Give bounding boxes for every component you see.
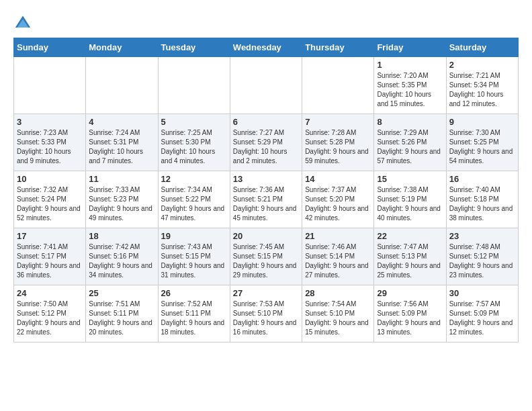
weekday-header-thursday: Thursday <box>302 38 374 57</box>
day-info: Sunrise: 7:47 AM Sunset: 5:13 PM Dayligh… <box>377 242 443 280</box>
day-cell <box>86 57 158 114</box>
day-number: 19 <box>161 231 227 241</box>
day-info: Sunrise: 7:37 AM Sunset: 5:20 PM Dayligh… <box>305 185 371 223</box>
day-info: Sunrise: 7:51 AM Sunset: 5:11 PM Dayligh… <box>89 300 154 337</box>
day-info: Sunrise: 7:24 AM Sunset: 5:31 PM Dayligh… <box>89 128 154 166</box>
day-cell: 24Sunrise: 7:50 AM Sunset: 5:12 PM Dayli… <box>14 285 86 342</box>
day-cell: 9Sunrise: 7:30 AM Sunset: 5:25 PM Daylig… <box>446 114 518 171</box>
week-row-5: 24Sunrise: 7:50 AM Sunset: 5:12 PM Dayli… <box>14 285 519 342</box>
day-cell: 7Sunrise: 7:28 AM Sunset: 5:28 PM Daylig… <box>302 114 374 171</box>
day-info: Sunrise: 7:23 AM Sunset: 5:33 PM Dayligh… <box>17 128 83 166</box>
day-number: 28 <box>305 288 371 298</box>
day-cell: 18Sunrise: 7:42 AM Sunset: 5:16 PM Dayli… <box>86 228 158 285</box>
day-number: 12 <box>161 174 227 184</box>
day-cell: 25Sunrise: 7:51 AM Sunset: 5:11 PM Dayli… <box>86 285 158 342</box>
day-info: Sunrise: 7:54 AM Sunset: 5:10 PM Dayligh… <box>305 300 371 337</box>
page: SundayMondayTuesdayWednesdayThursdayFrid… <box>0 0 532 349</box>
day-info: Sunrise: 7:46 AM Sunset: 5:14 PM Dayligh… <box>305 242 371 280</box>
day-cell: 12Sunrise: 7:34 AM Sunset: 5:22 PM Dayli… <box>158 171 230 228</box>
day-number: 1 <box>377 60 443 70</box>
day-number: 14 <box>305 174 371 184</box>
day-number: 24 <box>17 288 83 298</box>
calendar-header: SundayMondayTuesdayWednesdayThursdayFrid… <box>14 38 519 57</box>
day-cell: 5Sunrise: 7:25 AM Sunset: 5:30 PM Daylig… <box>158 114 230 171</box>
day-number: 18 <box>89 231 154 241</box>
day-number: 17 <box>17 231 83 241</box>
day-number: 11 <box>89 174 154 184</box>
day-cell: 30Sunrise: 7:57 AM Sunset: 5:09 PM Dayli… <box>446 285 518 342</box>
logo-icon <box>13 13 32 32</box>
day-cell: 1Sunrise: 7:20 AM Sunset: 5:35 PM Daylig… <box>374 57 446 114</box>
day-number: 30 <box>449 288 515 298</box>
day-number: 2 <box>449 60 515 70</box>
day-info: Sunrise: 7:57 AM Sunset: 5:09 PM Dayligh… <box>449 300 515 337</box>
day-cell: 20Sunrise: 7:45 AM Sunset: 5:15 PM Dayli… <box>230 228 302 285</box>
day-info: Sunrise: 7:40 AM Sunset: 5:18 PM Dayligh… <box>449 185 515 223</box>
day-info: Sunrise: 7:56 AM Sunset: 5:09 PM Dayligh… <box>377 300 443 337</box>
day-info: Sunrise: 7:41 AM Sunset: 5:17 PM Dayligh… <box>17 242 83 280</box>
day-info: Sunrise: 7:36 AM Sunset: 5:21 PM Dayligh… <box>233 185 299 223</box>
day-cell: 11Sunrise: 7:33 AM Sunset: 5:23 PM Dayli… <box>86 171 158 228</box>
weekday-row: SundayMondayTuesdayWednesdayThursdayFrid… <box>14 38 519 57</box>
day-info: Sunrise: 7:53 AM Sunset: 5:10 PM Dayligh… <box>233 300 299 337</box>
day-cell: 6Sunrise: 7:27 AM Sunset: 5:29 PM Daylig… <box>230 114 302 171</box>
day-cell: 10Sunrise: 7:32 AM Sunset: 5:24 PM Dayli… <box>14 171 86 228</box>
day-cell: 19Sunrise: 7:43 AM Sunset: 5:15 PM Dayli… <box>158 228 230 285</box>
day-info: Sunrise: 7:45 AM Sunset: 5:15 PM Dayligh… <box>233 242 299 280</box>
day-info: Sunrise: 7:50 AM Sunset: 5:12 PM Dayligh… <box>17 300 83 337</box>
day-cell: 26Sunrise: 7:52 AM Sunset: 5:11 PM Dayli… <box>158 285 230 342</box>
weekday-header-saturday: Saturday <box>446 38 518 57</box>
day-info: Sunrise: 7:20 AM Sunset: 5:35 PM Dayligh… <box>377 71 443 109</box>
day-cell: 21Sunrise: 7:46 AM Sunset: 5:14 PM Dayli… <box>302 228 374 285</box>
day-number: 4 <box>89 117 154 127</box>
day-info: Sunrise: 7:48 AM Sunset: 5:12 PM Dayligh… <box>449 242 515 280</box>
day-cell <box>14 57 86 114</box>
day-info: Sunrise: 7:42 AM Sunset: 5:16 PM Dayligh… <box>89 242 154 280</box>
day-number: 5 <box>161 117 227 127</box>
day-number: 21 <box>305 231 371 241</box>
day-number: 29 <box>377 288 443 298</box>
day-cell <box>302 57 374 114</box>
day-cell: 16Sunrise: 7:40 AM Sunset: 5:18 PM Dayli… <box>446 171 518 228</box>
day-cell: 4Sunrise: 7:24 AM Sunset: 5:31 PM Daylig… <box>86 114 158 171</box>
day-number: 26 <box>161 288 227 298</box>
weekday-header-friday: Friday <box>374 38 446 57</box>
day-info: Sunrise: 7:29 AM Sunset: 5:26 PM Dayligh… <box>377 128 443 166</box>
logo <box>13 13 35 32</box>
day-cell: 13Sunrise: 7:36 AM Sunset: 5:21 PM Dayli… <box>230 171 302 228</box>
weekday-header-wednesday: Wednesday <box>230 38 302 57</box>
day-cell: 3Sunrise: 7:23 AM Sunset: 5:33 PM Daylig… <box>14 114 86 171</box>
day-info: Sunrise: 7:34 AM Sunset: 5:22 PM Dayligh… <box>161 185 227 223</box>
weekday-header-tuesday: Tuesday <box>158 38 230 57</box>
day-cell: 14Sunrise: 7:37 AM Sunset: 5:20 PM Dayli… <box>302 171 374 228</box>
day-cell: 28Sunrise: 7:54 AM Sunset: 5:10 PM Dayli… <box>302 285 374 342</box>
day-number: 7 <box>305 117 371 127</box>
header <box>13 13 519 32</box>
day-number: 22 <box>377 231 443 241</box>
day-number: 25 <box>89 288 154 298</box>
day-cell: 29Sunrise: 7:56 AM Sunset: 5:09 PM Dayli… <box>374 285 446 342</box>
week-row-1: 1Sunrise: 7:20 AM Sunset: 5:35 PM Daylig… <box>14 57 519 114</box>
week-row-2: 3Sunrise: 7:23 AM Sunset: 5:33 PM Daylig… <box>14 114 519 171</box>
day-cell: 17Sunrise: 7:41 AM Sunset: 5:17 PM Dayli… <box>14 228 86 285</box>
day-number: 3 <box>17 117 83 127</box>
day-cell: 27Sunrise: 7:53 AM Sunset: 5:10 PM Dayli… <box>230 285 302 342</box>
day-info: Sunrise: 7:38 AM Sunset: 5:19 PM Dayligh… <box>377 185 443 223</box>
day-cell <box>230 57 302 114</box>
calendar: SundayMondayTuesdayWednesdayThursdayFrid… <box>13 38 519 342</box>
day-number: 6 <box>233 117 299 127</box>
day-cell: 15Sunrise: 7:38 AM Sunset: 5:19 PM Dayli… <box>374 171 446 228</box>
day-number: 10 <box>17 174 83 184</box>
day-info: Sunrise: 7:43 AM Sunset: 5:15 PM Dayligh… <box>161 242 227 280</box>
day-number: 13 <box>233 174 299 184</box>
day-cell: 2Sunrise: 7:21 AM Sunset: 5:34 PM Daylig… <box>446 57 518 114</box>
day-number: 27 <box>233 288 299 298</box>
calendar-body: 1Sunrise: 7:20 AM Sunset: 5:35 PM Daylig… <box>14 57 519 342</box>
day-info: Sunrise: 7:33 AM Sunset: 5:23 PM Dayligh… <box>89 185 154 223</box>
day-info: Sunrise: 7:32 AM Sunset: 5:24 PM Dayligh… <box>17 185 83 223</box>
day-number: 23 <box>449 231 515 241</box>
day-info: Sunrise: 7:21 AM Sunset: 5:34 PM Dayligh… <box>449 71 515 109</box>
day-info: Sunrise: 7:27 AM Sunset: 5:29 PM Dayligh… <box>233 128 299 166</box>
day-number: 15 <box>377 174 443 184</box>
day-cell: 8Sunrise: 7:29 AM Sunset: 5:26 PM Daylig… <box>374 114 446 171</box>
